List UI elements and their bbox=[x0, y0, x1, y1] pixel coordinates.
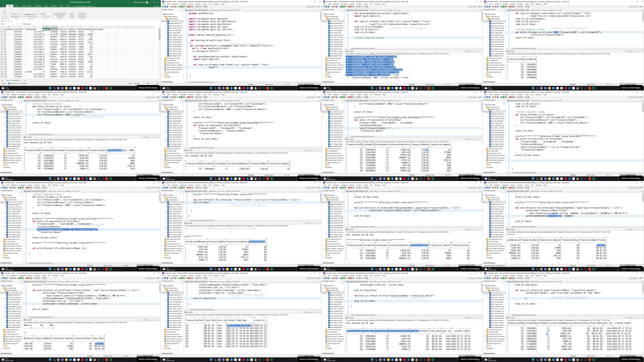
tab-applytransformations[interactable]: applyTransformations.scala bbox=[23, 280, 48, 283]
tree-item-scala-library-containe[interactable]: ▸Scala Library containe bbox=[483, 245, 506, 247]
cell[interactable]: T17 bbox=[4, 71, 14, 73]
excel-icon[interactable] bbox=[431, 87, 434, 89]
menu-window[interactable]: Window bbox=[536, 184, 541, 186]
code-area[interactable]: val spark=SparkSession.builder().getOrCr… bbox=[350, 12, 480, 39]
powerpoint-icon[interactable] bbox=[105, 268, 108, 271]
tree-expand-icon[interactable]: ▾ bbox=[324, 287, 325, 289]
tree-expand-icon[interactable]: ▸ bbox=[166, 322, 167, 324]
explorer-scrollbar[interactable] bbox=[484, 263, 495, 264]
tree-item-sparkpractise[interactable]: ▾sparkPractise bbox=[483, 18, 506, 20]
new-file-icon[interactable] bbox=[323, 187, 325, 188]
tree-item-src[interactable]: ▸src bbox=[161, 164, 184, 166]
mcafee-icon[interactable] bbox=[564, 87, 567, 89]
scroll-lock-icon[interactable]: 🗕 bbox=[150, 319, 151, 321]
cell[interactable] bbox=[108, 66, 116, 68]
close-icon[interactable]: ✕ bbox=[641, 182, 642, 184]
tree-expand-icon[interactable]: ▸ bbox=[327, 113, 328, 115]
clear-console-icon[interactable]: ▤ bbox=[470, 50, 471, 52]
console-maximize-icon[interactable]: ▢ bbox=[320, 149, 321, 151]
menu-help[interactable]: Help bbox=[222, 275, 224, 277]
tree-expand-icon[interactable]: ▸ bbox=[485, 164, 486, 166]
back-icon[interactable] bbox=[364, 96, 366, 98]
open-console-icon[interactable]: ▭▾ bbox=[315, 149, 317, 151]
cell[interactable]: C8536061 bbox=[14, 51, 25, 53]
tree-expand-icon[interactable]: ▸ bbox=[166, 203, 167, 206]
tab-close-icon[interactable]: ✕ bbox=[402, 190, 403, 192]
tree-item-obj-seamlessdat[interactable]: ▸obj_SeamlessDat bbox=[161, 315, 184, 317]
back-icon[interactable] bbox=[204, 6, 205, 7]
cell[interactable]: 205108 bbox=[76, 58, 84, 61]
quick-access-button[interactable]: Quick Access bbox=[467, 187, 478, 189]
menu-file[interactable]: File bbox=[484, 94, 487, 95]
code-editor[interactable]: .withColumnRenamed("TransactionDate_Form… bbox=[184, 283, 322, 309]
debug-icon[interactable] bbox=[179, 277, 180, 279]
link-icon[interactable] bbox=[514, 96, 515, 98]
column-header-C[interactable]: C bbox=[25, 25, 43, 28]
number-.0-button[interactable]: .0 bbox=[45, 15, 46, 17]
cell[interactable] bbox=[131, 41, 139, 43]
prev-annotation-icon[interactable] bbox=[195, 96, 197, 98]
cell[interactable]: 202 bbox=[84, 58, 93, 61]
print-icon[interactable] bbox=[170, 277, 172, 279]
coverage-icon[interactable] bbox=[348, 187, 350, 188]
tree-item-spark-warehouse[interactable]: spark-warehouse bbox=[322, 71, 344, 73]
cell[interactable]: CustLocati bbox=[50, 28, 58, 31]
perspective-icons[interactable]: ▦ ▧ bbox=[478, 96, 482, 98]
tree-expand-icon[interactable]: ▸ bbox=[327, 203, 328, 206]
tree-item-jre-system-library-jr[interactable]: ▸JRE System Library [jr bbox=[322, 247, 344, 250]
tree-item-obj-avro-file-sca[interactable]: ▸obj_Avro_File.sca bbox=[161, 25, 184, 27]
tree-expand-icon[interactable]: ▸ bbox=[166, 229, 167, 231]
tree-item-src-main-scala[interactable]: ▾src/main/scala bbox=[161, 196, 184, 199]
search-icon[interactable] bbox=[536, 268, 538, 271]
cell[interactable]: T12 bbox=[4, 58, 14, 61]
new-scala-icon[interactable] bbox=[28, 277, 30, 279]
cell[interactable]: F bbox=[43, 31, 50, 33]
tree-item-obj-seamlessdat[interactable]: ▸obj_SeamlessDat bbox=[161, 224, 184, 227]
notes-icon[interactable] bbox=[411, 359, 414, 361]
tree-item-src[interactable]: ▸src bbox=[483, 73, 506, 76]
snipping-tool-icon[interactable] bbox=[97, 87, 100, 89]
search-toolbar-icon[interactable] bbox=[175, 96, 176, 98]
pin-console-icon[interactable]: ▾ bbox=[635, 228, 636, 230]
tree-item-obj-logs-scala[interactable]: ▸obj_Logs.scala bbox=[0, 303, 22, 306]
ribbon-tab-home[interactable]: Home bbox=[6, 5, 13, 7]
tree-expand-icon[interactable]: ▸ bbox=[488, 27, 489, 29]
cell[interactable] bbox=[108, 71, 116, 73]
tree-item-obj-jsonmultiple[interactable]: ▸obj_JsonMultiple bbox=[0, 301, 22, 303]
tab-adding-removing-updating-cols[interactable]: *adding_removing_updating_Cols.scala✕ bbox=[370, 9, 404, 11]
row-number[interactable]: 3 bbox=[0, 33, 4, 36]
tree-item-src-test-resources[interactable]: src/test/resources bbox=[483, 333, 506, 336]
run-external-icon[interactable] bbox=[183, 96, 185, 98]
system-tray[interactable]: ∧ bbox=[618, 359, 619, 361]
tree-expand-icon[interactable]: ▸ bbox=[166, 55, 167, 57]
menu-scala[interactable]: Scala bbox=[364, 184, 368, 186]
pin-console-icon[interactable]: ▾ bbox=[474, 228, 475, 230]
tree-expand-icon[interactable]: ▸ bbox=[166, 41, 167, 43]
mcafee-icon[interactable] bbox=[242, 87, 245, 89]
tree-expand-icon[interactable]: ▸ bbox=[488, 50, 489, 52]
tab-applytransformations[interactable]: applyTransformations.scala bbox=[345, 9, 370, 11]
menu-navigate[interactable]: Navigate bbox=[502, 94, 508, 95]
tree-expand-icon[interactable]: ▸ bbox=[163, 245, 164, 247]
tab-close-icon[interactable]: ✕ bbox=[563, 100, 564, 101]
teams-icon[interactable] bbox=[544, 268, 546, 271]
build-icon[interactable] bbox=[334, 187, 335, 188]
tree-item-sparkpractise[interactable]: ▾sparkPractise bbox=[0, 108, 22, 111]
tree-expand-icon[interactable]: ▸ bbox=[324, 250, 325, 252]
tree-expand-icon[interactable]: ▸ bbox=[485, 69, 486, 71]
run-icon[interactable] bbox=[181, 6, 182, 7]
run-icon[interactable] bbox=[181, 187, 182, 188]
cell[interactable] bbox=[131, 63, 139, 65]
chrome-icon[interactable] bbox=[254, 268, 257, 271]
tree-expand-icon[interactable]: ▸ bbox=[2, 338, 3, 340]
tree-expand-icon[interactable]: ▾ bbox=[163, 106, 164, 108]
ribbon-tab-formulas[interactable]: Formulas bbox=[33, 5, 43, 7]
search-icon[interactable] bbox=[53, 87, 56, 89]
cell[interactable] bbox=[93, 63, 100, 65]
remove-all-icon[interactable]: ⊠ bbox=[306, 222, 308, 224]
cell[interactable]: 204133 bbox=[76, 56, 84, 58]
tree-expand-icon[interactable]: ▸ bbox=[163, 69, 164, 71]
editor-horizontal-scrollbar[interactable] bbox=[184, 147, 322, 149]
next-annotation-icon[interactable] bbox=[358, 96, 360, 98]
tree-expand-icon[interactable]: ▸ bbox=[166, 115, 167, 118]
